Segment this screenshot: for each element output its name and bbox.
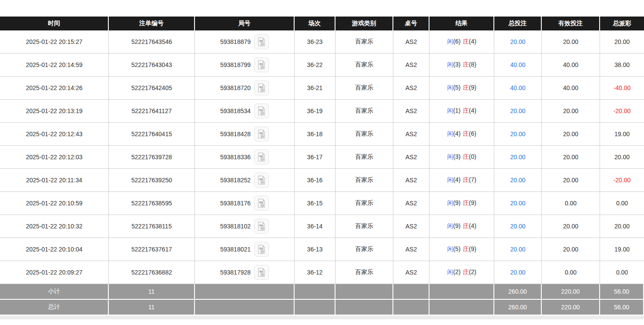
cell-total-bet: 20.00 [494, 30, 542, 54]
total-bet-link[interactable]: 20.00 [510, 269, 525, 276]
cell-time: 2025-01-22 20:12:43 [0, 123, 109, 146]
cell-empty [295, 300, 335, 315]
cell-session: 36-12 [295, 261, 335, 284]
grandtotal-row-payout: 56.00 [600, 300, 644, 315]
result-player: 闲 [447, 153, 453, 160]
subtotal-row-payout: 56.00 [600, 284, 644, 300]
result-player: 闲 [447, 199, 453, 206]
cell-empty [335, 284, 393, 300]
result-player-score: (4) [453, 176, 460, 183]
cell-valid-bet: 20.00 [542, 169, 600, 192]
cell-result: 闲(2)庄(2) [429, 261, 494, 284]
cell-round: 593818176 [195, 192, 295, 215]
cell-result: 闲(3)庄(8) [429, 54, 494, 77]
cell-round: 593818021 [195, 238, 295, 261]
cell-result: 闲(4)庄(7) [429, 169, 494, 192]
cell-bet-id: 522217639250 [109, 169, 195, 192]
column-header-total_bet: 总投注 [494, 17, 542, 30]
cell-total-bet: 20.00 [494, 261, 542, 284]
round-number: 593818720 [220, 84, 251, 91]
cell-payout: 0.00 [600, 192, 644, 215]
video-replay-button[interactable] [254, 57, 269, 72]
cell-valid-bet: 20.00 [542, 123, 600, 146]
video-file-icon [256, 106, 267, 116]
video-replay-button[interactable] [254, 127, 269, 141]
table-row: 2025-01-22 20:15:27522217643546593818879… [0, 30, 644, 54]
subtotal-row-total-bet: 260.00 [494, 284, 542, 300]
total-bet-link[interactable]: 20.00 [510, 200, 525, 207]
result-player: 闲 [447, 84, 453, 91]
cell-total-bet: 40.00 [494, 54, 542, 77]
cell-total-bet: 20.00 [494, 192, 542, 215]
video-replay-button[interactable] [254, 265, 269, 280]
video-replay-button[interactable] [254, 34, 269, 49]
video-file-icon [256, 60, 267, 70]
video-replay-button[interactable] [254, 173, 269, 188]
cell-bet-id: 522217638115 [109, 215, 195, 238]
cell-payout: 0.00 [600, 261, 644, 284]
cell-time: 2025-01-22 20:13:19 [0, 100, 109, 123]
total-bet-link[interactable]: 20.00 [510, 246, 525, 253]
total-bet-link[interactable]: 20.00 [510, 223, 525, 230]
video-replay-button[interactable] [254, 242, 269, 257]
video-replay-button[interactable] [254, 219, 269, 234]
cell-payout: -20.00 [600, 169, 644, 192]
cell-valid-bet: 40.00 [542, 77, 600, 100]
cell-valid-bet: 20.00 [542, 238, 600, 261]
grandtotal-row: 总计11260.00220.0056.00 [0, 300, 644, 315]
cell-valid-bet: 20.00 [542, 30, 600, 54]
table-row: 2025-01-22 20:14:59522217643043593818799… [0, 54, 644, 77]
result-banker: 庄 [463, 199, 469, 206]
result-player-score: (5) [453, 84, 460, 91]
table-row: 2025-01-22 20:10:59522217638595593818176… [0, 192, 644, 215]
cell-result: 闲(9)庄(4) [429, 215, 494, 238]
total-bet-link[interactable]: 20.00 [510, 154, 525, 161]
subtotal-row-label: 小计 [0, 284, 109, 300]
result-player: 闲 [447, 38, 453, 45]
cell-result: 闲(5)庄(9) [429, 77, 494, 100]
cell-empty [195, 300, 295, 315]
cell-round: 593817928 [195, 261, 295, 284]
cell-round: 593818720 [195, 77, 295, 100]
total-bet-link[interactable]: 20.00 [510, 131, 525, 137]
cell-round: 593818879 [195, 30, 295, 54]
cell-time: 2025-01-22 20:15:27 [0, 30, 109, 54]
total-bet-link[interactable]: 40.00 [510, 61, 525, 68]
total-bet-link[interactable]: 20.00 [510, 38, 525, 45]
grandtotal-row-label: 总计 [0, 300, 109, 315]
total-bet-link[interactable]: 20.00 [510, 177, 525, 184]
total-bet-link[interactable]: 20.00 [510, 107, 525, 114]
round-number: 593818102 [220, 223, 251, 230]
video-replay-button[interactable] [254, 104, 269, 118]
result-player-score: (9) [453, 199, 460, 206]
cell-time: 2025-01-22 20:10:04 [0, 238, 109, 261]
result-banker-score: (9) [469, 245, 476, 252]
cell-empty [295, 284, 335, 300]
result-player-score: (4) [453, 130, 460, 137]
table-row: 2025-01-22 20:09:27522217636882593817928… [0, 261, 644, 284]
bet-records-table: 时间注单编号局号场次游戏类别桌号结果总投注有效投注总派彩 2025-01-22 … [0, 17, 644, 315]
video-file-icon [256, 175, 267, 185]
video-replay-button[interactable] [254, 80, 269, 95]
total-bet-link[interactable]: 40.00 [510, 84, 525, 91]
video-replay-button[interactable] [254, 196, 269, 211]
cell-result: 闲(9)庄(9) [429, 192, 494, 215]
cell-time: 2025-01-22 20:11:34 [0, 169, 109, 192]
cell-round: 593818336 [195, 146, 295, 169]
cell-result: 闲(4)庄(6) [429, 123, 494, 146]
result-banker: 庄 [463, 107, 469, 114]
cell-bet-id: 522217642405 [109, 77, 195, 100]
cell-game-type: 百家乐 [335, 169, 393, 192]
cell-session: 36-22 [295, 54, 335, 77]
cell-round: 593818102 [195, 215, 295, 238]
result-banker: 庄 [463, 176, 469, 183]
column-header-round_id: 局号 [195, 17, 295, 30]
cell-result: 闲(3)庄(0) [429, 146, 494, 169]
cell-game-type: 百家乐 [335, 215, 393, 238]
column-header-table_id: 桌号 [393, 17, 429, 30]
video-replay-button[interactable] [254, 150, 269, 164]
table-row: 2025-01-22 20:10:32522217638115593818102… [0, 215, 644, 238]
subtotal-row-valid-bet: 220.00 [542, 284, 600, 300]
result-banker: 庄 [463, 38, 469, 45]
cell-result: 闲(6)庄(4) [429, 30, 494, 54]
